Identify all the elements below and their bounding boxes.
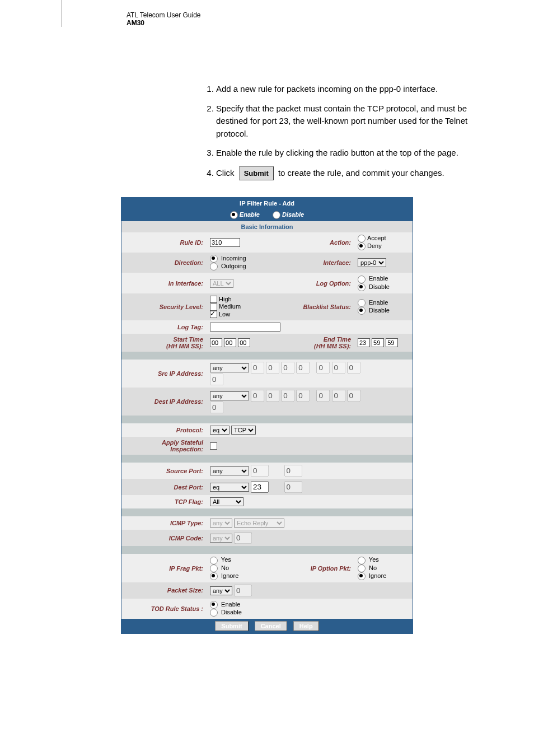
radio-log-enable[interactable]: Enable <box>358 275 388 282</box>
label-start-time: Start Time(HH MM SS): <box>121 334 207 352</box>
radio-opt-ignore[interactable]: Ignore <box>358 572 386 579</box>
label-icmp-code: ICMP Code: <box>121 530 207 546</box>
select-packet-size-op[interactable]: any <box>210 586 232 595</box>
doc-title: ATL Telecom User Guide <box>127 11 534 19</box>
input-dest-ip-7 <box>347 390 360 402</box>
cancel-button[interactable]: Cancel <box>255 621 287 631</box>
input-src-ip-2 <box>266 362 279 374</box>
label-dest-ip: Dest IP Address: <box>121 388 207 416</box>
select-icmp-code-op: any <box>210 534 232 543</box>
input-dest-ip-8 <box>210 402 223 413</box>
input-end-s[interactable] <box>386 338 398 347</box>
label-direction: Direction: <box>121 253 207 273</box>
radio-tod-enable[interactable]: Enable <box>210 601 240 608</box>
panel-title: IP Filter Rule - Add <box>121 198 413 209</box>
submit-button-inline: Submit <box>239 166 274 181</box>
label-blacklist: Blacklist Status: <box>278 293 354 321</box>
input-end-m[interactable] <box>372 338 384 347</box>
input-rule-id[interactable] <box>210 238 240 247</box>
select-dest-port-op[interactable]: eq <box>210 483 249 492</box>
input-src-ip-4 <box>296 362 310 374</box>
radio-action-deny[interactable]: Deny <box>358 242 382 249</box>
label-security-level: Security Level: <box>121 293 207 321</box>
chk-stateful[interactable] <box>210 442 217 450</box>
radio-tod-disable[interactable]: Disable <box>210 609 242 615</box>
chk-sec-low[interactable]: Low <box>210 311 230 318</box>
select-in-interface: ALL <box>210 279 233 288</box>
input-icmp-code <box>234 532 252 544</box>
input-log-tag[interactable] <box>210 323 280 332</box>
label-rule-id: Rule ID: <box>121 232 207 253</box>
input-dest-ip-4 <box>296 390 310 402</box>
radio-dir-outgoing[interactable]: Outgoing <box>210 263 246 269</box>
submit-button[interactable]: Submit <box>215 621 248 631</box>
input-src-ip-8 <box>210 374 223 385</box>
radio-frag-yes[interactable]: Yes <box>210 556 231 563</box>
input-start-m[interactable] <box>224 338 236 347</box>
radio-enable[interactable]: Enable <box>230 211 260 218</box>
label-log-tag: Log Tag: <box>121 320 207 334</box>
select-icmp-type-op: any <box>210 519 232 528</box>
radio-frag-no[interactable]: No <box>210 564 229 571</box>
label-action: Action: <box>278 232 354 253</box>
radio-frag-ignore[interactable]: Ignore <box>210 572 238 579</box>
input-dest-ip-1 <box>251 390 264 402</box>
label-src-ip: Src IP Address: <box>121 360 207 388</box>
label-source-port: Source Port: <box>121 463 207 479</box>
section-basic-info: Basic Information <box>121 221 413 232</box>
label-ip-frag: IP Frag Pkt: <box>121 554 207 582</box>
label-packet-size: Packet Size: <box>121 582 207 599</box>
input-dest-ip-3 <box>281 390 294 402</box>
input-start-h[interactable] <box>210 338 222 347</box>
label-end-time: End Time(HH MM SS): <box>278 334 354 352</box>
label-ip-option: IP Option Pkt: <box>278 554 354 582</box>
instruction-1: Add a new rule for packets incoming on t… <box>216 83 490 96</box>
label-interface: Interface: <box>278 253 354 273</box>
label-protocol: Protocol: <box>121 423 207 437</box>
label-tcp-flag: TCP Flag: <box>121 495 207 508</box>
select-protocol-op[interactable]: eq <box>210 426 229 435</box>
label-stateful: Apply StatefulInspection: <box>121 437 207 455</box>
select-icmp-type: Echo Reply <box>234 519 284 528</box>
select-src-ip-mode[interactable]: any <box>210 363 249 372</box>
label-dest-port: Dest Port: <box>121 479 207 495</box>
select-interface[interactable]: ppp-0 <box>358 258 386 267</box>
radio-action-accept[interactable]: Accept <box>358 235 386 241</box>
radio-blacklist-enable[interactable]: Enable <box>358 299 388 306</box>
label-tod-rule: TOD Rule Status : <box>121 599 207 619</box>
radio-blacklist-disable[interactable]: Disable <box>358 307 390 314</box>
input-start-s[interactable] <box>238 338 250 347</box>
radio-dir-incoming[interactable]: Incoming <box>210 255 246 262</box>
help-button[interactable]: Help <box>293 621 319 631</box>
select-protocol[interactable]: TCP <box>231 426 256 435</box>
select-src-port-op[interactable]: any <box>210 466 249 475</box>
radio-disable[interactable]: Disable <box>273 211 304 218</box>
instruction-4: Click Submit to create the rule, and com… <box>216 166 490 181</box>
radio-opt-yes[interactable]: Yes <box>358 556 379 563</box>
chk-sec-high[interactable]: High <box>210 296 232 302</box>
chk-sec-medium[interactable]: Medium <box>210 303 241 310</box>
radio-opt-no[interactable]: No <box>358 564 377 571</box>
input-end-h[interactable] <box>358 338 370 347</box>
doc-model: AM30 <box>127 19 534 27</box>
radio-log-disable[interactable]: Disable <box>358 283 390 290</box>
label-log-option: Log Option: <box>278 273 354 293</box>
label-in-interface: In Interface: <box>121 273 207 293</box>
instruction-2: Specify that the packet must contain the… <box>216 102 490 141</box>
input-src-ip-3 <box>281 362 294 374</box>
input-dest-port-1[interactable] <box>251 481 269 493</box>
select-dest-ip-mode[interactable]: any <box>210 391 249 400</box>
input-src-port-1 <box>251 465 269 477</box>
input-dest-ip-6 <box>332 390 345 402</box>
input-src-ip-1 <box>251 362 264 374</box>
input-dest-ip-5 <box>316 390 330 402</box>
instruction-3: Enable the rule by clicking the radio bu… <box>216 147 490 160</box>
input-src-ip-6 <box>332 362 345 374</box>
input-src-ip-5 <box>316 362 330 374</box>
input-dest-ip-2 <box>266 390 279 402</box>
input-src-port-2 <box>284 465 302 477</box>
input-packet-size <box>234 585 252 596</box>
input-src-ip-7 <box>347 362 360 374</box>
instructions: Add a new rule for packets incoming on t… <box>202 83 490 180</box>
select-tcp-flag[interactable]: All <box>210 497 243 506</box>
